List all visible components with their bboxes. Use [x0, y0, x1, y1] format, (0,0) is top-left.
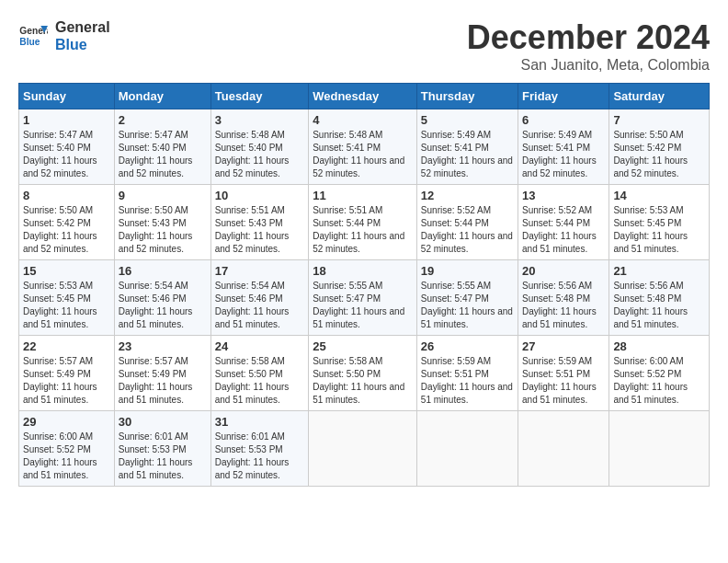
day-number: 19	[421, 264, 514, 278]
calendar-cell: 31 Sunrise: 6:01 AMSunset: 5:53 PMDaylig…	[210, 411, 308, 487]
day-number: 26	[421, 339, 514, 353]
day-info: Sunrise: 6:01 AMSunset: 5:53 PMDaylight:…	[215, 431, 290, 480]
day-info: Sunrise: 5:48 AMSunset: 5:40 PMDaylight:…	[215, 130, 290, 178]
calendar-week-1: 1 Sunrise: 5:47 AMSunset: 5:40 PMDayligh…	[19, 109, 710, 185]
day-number: 27	[522, 339, 605, 353]
calendar-cell: 16 Sunrise: 5:54 AMSunset: 5:46 PMDaylig…	[114, 260, 210, 336]
day-info: Sunrise: 5:59 AMSunset: 5:51 PMDaylight:…	[522, 356, 597, 405]
title-area: December 2024 San Juanito, Meta, Colombi…	[467, 18, 710, 74]
calendar-cell: 6 Sunrise: 5:49 AMSunset: 5:41 PMDayligh…	[518, 109, 609, 185]
header-sunday: Sunday	[19, 84, 115, 109]
day-info: Sunrise: 5:53 AMSunset: 5:45 PMDaylight:…	[23, 281, 97, 329]
header-monday: Monday	[114, 84, 210, 109]
page-header: General Blue General Blue December 2024 …	[18, 18, 710, 74]
day-number: 15	[23, 264, 110, 278]
day-info: Sunrise: 5:57 AMSunset: 5:49 PMDaylight:…	[23, 356, 97, 405]
calendar-cell: 20 Sunrise: 5:56 AMSunset: 5:48 PMDaylig…	[518, 260, 609, 336]
day-number: 24	[215, 339, 304, 353]
day-info: Sunrise: 5:52 AMSunset: 5:44 PMDaylight:…	[421, 205, 513, 254]
location-title: San Juanito, Meta, Colombia	[467, 57, 710, 74]
calendar-cell: 1 Sunrise: 5:47 AMSunset: 5:40 PMDayligh…	[19, 109, 115, 185]
day-info: Sunrise: 5:47 AMSunset: 5:40 PMDaylight:…	[119, 130, 193, 178]
calendar-cell: 2 Sunrise: 5:47 AMSunset: 5:40 PMDayligh…	[114, 109, 210, 185]
calendar-cell: 24 Sunrise: 5:58 AMSunset: 5:50 PMDaylig…	[210, 336, 308, 411]
calendar-cell	[609, 411, 710, 487]
calendar-cell: 22 Sunrise: 5:57 AMSunset: 5:49 PMDaylig…	[19, 336, 115, 411]
day-number: 9	[119, 189, 207, 202]
calendar-cell	[416, 411, 518, 487]
calendar-cell: 19 Sunrise: 5:55 AMSunset: 5:47 PMDaylig…	[416, 260, 518, 336]
day-number: 23	[119, 339, 207, 353]
calendar-cell: 30 Sunrise: 6:01 AMSunset: 5:53 PMDaylig…	[114, 411, 210, 487]
day-info: Sunrise: 6:01 AMSunset: 5:53 PMDaylight:…	[119, 431, 193, 480]
calendar-cell: 3 Sunrise: 5:48 AMSunset: 5:40 PMDayligh…	[210, 109, 308, 185]
day-info: Sunrise: 5:58 AMSunset: 5:50 PMDaylight:…	[215, 356, 290, 405]
logo-blue: Blue	[55, 36, 110, 53]
calendar-cell: 14 Sunrise: 5:53 AMSunset: 5:45 PMDaylig…	[609, 185, 710, 260]
day-number: 7	[613, 113, 705, 127]
header-saturday: Saturday	[609, 84, 710, 109]
day-info: Sunrise: 5:56 AMSunset: 5:48 PMDaylight:…	[613, 281, 688, 329]
day-number: 11	[313, 189, 413, 202]
logo-general: General	[55, 18, 110, 36]
day-number: 28	[613, 339, 705, 353]
calendar-cell: 21 Sunrise: 5:56 AMSunset: 5:48 PMDaylig…	[609, 260, 710, 336]
calendar-cell: 25 Sunrise: 5:58 AMSunset: 5:50 PMDaylig…	[309, 336, 417, 411]
calendar-cell: 9 Sunrise: 5:50 AMSunset: 5:43 PMDayligh…	[114, 185, 210, 260]
calendar-week-4: 22 Sunrise: 5:57 AMSunset: 5:49 PMDaylig…	[19, 336, 710, 411]
day-number: 14	[613, 189, 705, 202]
day-info: Sunrise: 5:49 AMSunset: 5:41 PMDaylight:…	[522, 130, 597, 178]
calendar-cell: 7 Sunrise: 5:50 AMSunset: 5:42 PMDayligh…	[609, 109, 710, 185]
day-info: Sunrise: 5:49 AMSunset: 5:41 PMDaylight:…	[421, 130, 513, 178]
day-number: 13	[522, 189, 605, 202]
day-info: Sunrise: 5:47 AMSunset: 5:40 PMDaylight:…	[23, 130, 97, 178]
calendar-cell: 18 Sunrise: 5:55 AMSunset: 5:47 PMDaylig…	[309, 260, 417, 336]
calendar-cell: 26 Sunrise: 5:59 AMSunset: 5:51 PMDaylig…	[416, 336, 518, 411]
day-info: Sunrise: 5:53 AMSunset: 5:45 PMDaylight:…	[613, 205, 688, 254]
day-number: 5	[421, 113, 514, 127]
calendar-cell: 12 Sunrise: 5:52 AMSunset: 5:44 PMDaylig…	[416, 185, 518, 260]
calendar-cell	[309, 411, 417, 487]
day-number: 22	[23, 339, 110, 353]
header-friday: Friday	[518, 84, 609, 109]
calendar-week-3: 15 Sunrise: 5:53 AMSunset: 5:45 PMDaylig…	[19, 260, 710, 336]
day-number: 31	[215, 415, 304, 429]
calendar-cell: 28 Sunrise: 6:00 AMSunset: 5:52 PMDaylig…	[609, 336, 710, 411]
month-title: December 2024	[467, 18, 710, 57]
day-info: Sunrise: 5:50 AMSunset: 5:43 PMDaylight:…	[119, 205, 193, 254]
day-info: Sunrise: 5:48 AMSunset: 5:41 PMDaylight:…	[313, 130, 404, 178]
day-number: 2	[119, 113, 207, 127]
calendar-week-2: 8 Sunrise: 5:50 AMSunset: 5:42 PMDayligh…	[19, 185, 710, 260]
day-info: Sunrise: 5:56 AMSunset: 5:48 PMDaylight:…	[522, 281, 597, 329]
calendar-table: Sunday Monday Tuesday Wednesday Thursday…	[18, 83, 710, 487]
header-wednesday: Wednesday	[309, 84, 417, 109]
day-number: 20	[522, 264, 605, 278]
day-info: Sunrise: 5:59 AMSunset: 5:51 PMDaylight:…	[421, 356, 513, 405]
calendar-cell: 4 Sunrise: 5:48 AMSunset: 5:41 PMDayligh…	[309, 109, 417, 185]
calendar-cell: 5 Sunrise: 5:49 AMSunset: 5:41 PMDayligh…	[416, 109, 518, 185]
day-info: Sunrise: 5:58 AMSunset: 5:50 PMDaylight:…	[313, 356, 404, 405]
day-number: 17	[215, 264, 304, 278]
calendar-cell: 15 Sunrise: 5:53 AMSunset: 5:45 PMDaylig…	[19, 260, 115, 336]
calendar-cell: 8 Sunrise: 5:50 AMSunset: 5:42 PMDayligh…	[19, 185, 115, 260]
day-number: 12	[421, 189, 514, 202]
day-number: 16	[119, 264, 207, 278]
day-number: 8	[23, 189, 110, 202]
day-info: Sunrise: 5:55 AMSunset: 5:47 PMDaylight:…	[421, 281, 513, 329]
day-info: Sunrise: 5:55 AMSunset: 5:47 PMDaylight:…	[313, 281, 404, 329]
calendar-cell: 10 Sunrise: 5:51 AMSunset: 5:43 PMDaylig…	[210, 185, 308, 260]
logo: General Blue General Blue	[18, 18, 110, 53]
header-row: Sunday Monday Tuesday Wednesday Thursday…	[19, 84, 710, 109]
day-info: Sunrise: 5:54 AMSunset: 5:46 PMDaylight:…	[119, 281, 193, 329]
day-number: 10	[215, 189, 304, 202]
day-number: 30	[119, 415, 207, 429]
calendar-cell: 27 Sunrise: 5:59 AMSunset: 5:51 PMDaylig…	[518, 336, 609, 411]
day-number: 21	[613, 264, 705, 278]
calendar-cell: 11 Sunrise: 5:51 AMSunset: 5:44 PMDaylig…	[309, 185, 417, 260]
calendar-week-5: 29 Sunrise: 6:00 AMSunset: 5:52 PMDaylig…	[19, 411, 710, 487]
calendar-cell	[518, 411, 609, 487]
day-info: Sunrise: 5:51 AMSunset: 5:43 PMDaylight:…	[215, 205, 290, 254]
calendar-cell: 29 Sunrise: 6:00 AMSunset: 5:52 PMDaylig…	[19, 411, 115, 487]
day-info: Sunrise: 5:57 AMSunset: 5:49 PMDaylight:…	[119, 356, 193, 405]
svg-text:Blue: Blue	[19, 37, 40, 47]
